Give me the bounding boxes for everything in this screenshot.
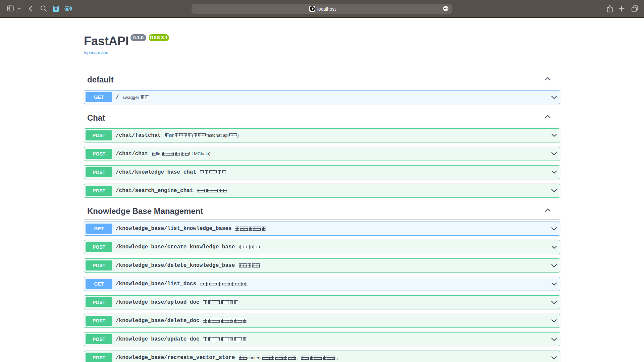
svg-text:localhost: localhost [317,6,336,12]
